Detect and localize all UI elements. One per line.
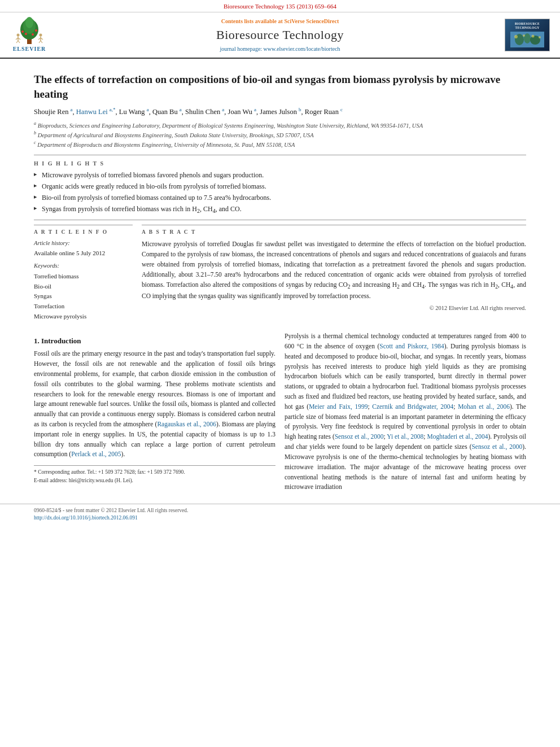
svg-point-25 <box>523 34 525 37</box>
elsevier-logo-area: ELSEVIER <box>10 17 61 53</box>
affiliations: a Bioproducts, Sciences and Engineering … <box>34 120 526 150</box>
journal-title: Bioresource Technology <box>67 27 493 44</box>
authors-line: Shoujie Ren a, Hanwu Lei a,*, Lu Wang a,… <box>34 106 526 117</box>
divider-1 <box>34 155 526 155</box>
info-abstract-columns: A R T I C L E I N F O Article history: A… <box>34 225 526 326</box>
highlight-item: Bio-oil from pyrolysis of torrefied biom… <box>34 193 526 203</box>
ref-sensoz1: Sensoz et al., 2000 <box>335 433 384 440</box>
highlights-label: H I G H L I G H T S <box>34 160 526 168</box>
doi-line: http://dx.doi.org/10.1016/j.biortech.201… <box>34 514 526 522</box>
journal-logo-svg <box>511 32 543 47</box>
ref-meier: Meier and Faix, 1999 <box>309 403 368 410</box>
journal-header-center: Contents lists available at SciVerse Sci… <box>67 18 493 53</box>
right-col-paragraph: Pyrolysis is a thermal chemical technolo… <box>285 331 526 492</box>
history-label: Article history: <box>34 239 133 248</box>
ref-sensoz2: Sensoz et al., 2000 <box>471 443 522 450</box>
ref-scott: Scott and Piskorz, 1984 <box>379 343 444 350</box>
ref-perlack: Perlack et al., 2005 <box>71 451 121 457</box>
journal-homepage: journal homepage: www.elsevier.com/locat… <box>67 45 493 53</box>
ref-yi: Yi et al., 2008 <box>387 433 423 440</box>
svg-line-18 <box>39 41 41 43</box>
bottom-bar: 0960-8524/$ - see front matter © 2012 El… <box>0 504 560 525</box>
ref-mohan: Mohan et al., 2006 <box>458 403 510 410</box>
affiliation-b: Department of Agricultural and Biosystem… <box>38 132 314 138</box>
svg-point-24 <box>514 35 518 38</box>
sciverse-link[interactable]: SciVerse ScienceDirect <box>284 18 339 24</box>
elsevier-label: ELSEVIER <box>13 45 46 53</box>
svg-line-19 <box>41 41 42 43</box>
journal-citation: Bioresource Technology 135 (2013) 659–66… <box>0 0 560 12</box>
ref-czernik: Czernik and Bridgwater, 2004 <box>372 403 453 410</box>
svg-point-14 <box>40 34 42 37</box>
svg-point-27 <box>539 36 541 38</box>
footnote-email: E-mail address: hlei@tricity.wsu.edu (H.… <box>34 477 275 484</box>
article-history: Article history: Available online 5 July… <box>34 239 133 257</box>
svg-point-26 <box>532 34 535 37</box>
divider-2 <box>34 220 526 220</box>
highlight-item: Syngas from pyrolysis of torrefied bioma… <box>34 204 526 215</box>
svg-point-5 <box>35 29 37 32</box>
ref-moghtaderi: Moghtaderi et al., 2004 <box>427 433 488 440</box>
abstract-text: Microwave pyrolysis of torrefied Douglas… <box>142 239 526 301</box>
ref-ragauskas: Ragauskas et al., 2006 <box>157 421 216 427</box>
keywords-label: Keywords: <box>34 262 133 270</box>
abstract-col: A B S T R A C T Microwave pyrolysis of t… <box>142 225 526 326</box>
journal-header: ELSEVIER Contents lists available at Sci… <box>0 12 560 59</box>
body-right-col: Pyrolysis is a thermal chemical technolo… <box>285 331 526 492</box>
citation-text: Bioresource Technology 135 (2013) 659–66… <box>224 3 336 10</box>
footnote-area: * Corresponding author. Tel.: +1 509 372… <box>34 465 275 484</box>
history-value: Available online 5 July 2012 <box>34 249 133 257</box>
affiliation-c: Department of Bioproducts and Biosystems… <box>37 142 295 148</box>
sciverse-prefix: Contents lists available at <box>221 18 285 24</box>
intro-paragraph: Fossil oils are the primary energy resou… <box>34 349 275 460</box>
copyright-line: © 2012 Elsevier Ltd. All rights reserved… <box>142 304 526 313</box>
svg-point-22 <box>524 33 531 43</box>
journal-logo-area: BIORESOURCETECHNOLOGY <box>499 19 550 51</box>
main-content: The effects of torrefaction on compositi… <box>0 59 560 500</box>
svg-point-6 <box>25 33 27 35</box>
svg-point-8 <box>17 34 20 37</box>
article-info-label: A R T I C L E I N F O <box>34 229 133 236</box>
elsevier-logo: ELSEVIER <box>10 17 49 53</box>
body-columns: 1. Introduction Fossil oils are the prim… <box>34 331 526 492</box>
issn-line: 0960-8524/$ - see front matter © 2012 El… <box>34 507 526 514</box>
doi-link[interactable]: http://dx.doi.org/10.1016/j.biortech.201… <box>34 515 138 521</box>
svg-point-7 <box>32 33 34 36</box>
email-link[interactable]: hlei@tricity.wsu.edu <box>69 478 113 483</box>
svg-point-3 <box>25 17 33 28</box>
journal-logo-title: BIORESOURCETECHNOLOGY <box>515 22 540 30</box>
svg-line-13 <box>18 41 20 43</box>
body-left-col: 1. Introduction Fossil oils are the prim… <box>34 331 275 492</box>
homepage-link[interactable]: www.elsevier.com/locate/biortech <box>264 46 340 52</box>
journal-logo-box: BIORESOURCETECHNOLOGY <box>505 19 550 51</box>
svg-point-4 <box>21 30 24 33</box>
intro-heading: 1. Introduction <box>34 336 275 346</box>
svg-line-12 <box>16 41 18 43</box>
corresponding-author: Hanwu Lei <box>76 108 108 116</box>
journal-logo-image <box>510 32 544 47</box>
article-info-col: A R T I C L E I N F O Article history: A… <box>34 225 133 326</box>
article-title: The effects of torrefaction on compositi… <box>34 72 526 101</box>
homepage-prefix: journal homepage: <box>220 46 263 52</box>
sciverse-line: Contents lists available at SciVerse Sci… <box>67 18 493 25</box>
footnote-corresponding: * Corresponding author. Tel.: +1 509 372… <box>34 468 275 476</box>
highlight-item: Organic acids were greatly reduced in bi… <box>34 182 526 191</box>
keywords-list: Torrefied biomass Bio-oil Syngas Torrefa… <box>34 272 133 321</box>
affiliation-a: Bioproducts, Sciences and Engineering La… <box>38 122 423 128</box>
highlights-list: Microwave pyrolysis of torrefied biomass… <box>34 171 526 215</box>
elsevier-tree-icon <box>10 17 49 44</box>
abstract-label: A B S T R A C T <box>142 229 526 236</box>
highlight-item: Microwave pyrolysis of torrefied biomass… <box>34 171 526 180</box>
article-keywords: Keywords: Torrefied biomass Bio-oil Syng… <box>34 262 133 321</box>
